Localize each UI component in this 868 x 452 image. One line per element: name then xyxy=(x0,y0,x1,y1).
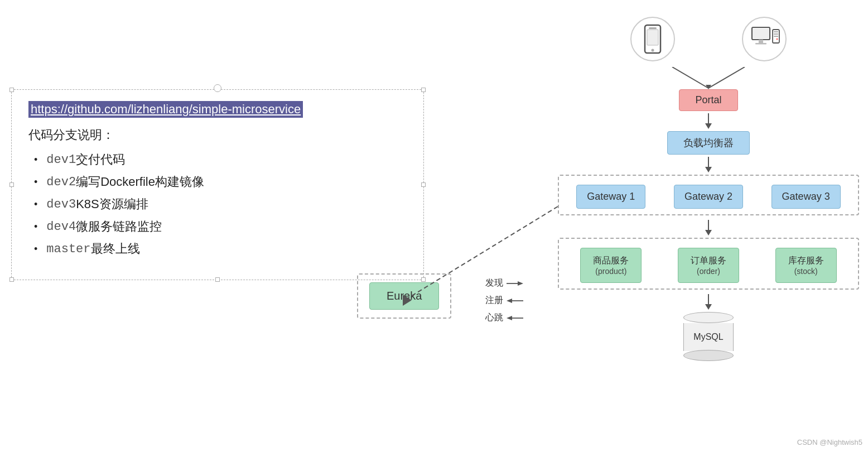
arrow-lb-to-gateways xyxy=(558,157,859,172)
lb-label: 负载均衡器 xyxy=(667,131,750,155)
gateways-row: Gateway 1 Gateway 2 Gateway 3 xyxy=(565,185,852,209)
heartbeat-label: 心跳 xyxy=(485,312,503,324)
branch-code: master xyxy=(46,242,90,256)
watermark: CSDN @Nightwish5 xyxy=(797,438,862,446)
gateways-container: Gateway 1 Gateway 2 Gateway 3 xyxy=(558,175,859,215)
order-service-name: 订单服务 xyxy=(686,255,731,267)
branch-code: dev3 xyxy=(46,198,76,211)
list-item: dev3 K8S资源编排 xyxy=(34,196,407,213)
svg-rect-10 xyxy=(774,33,778,35)
portal-label: Portal xyxy=(679,89,737,111)
svg-point-2 xyxy=(652,49,654,52)
branch-desc: 最终上线 xyxy=(91,241,140,257)
branch-desc: 微服务链路监控 xyxy=(76,218,162,235)
architecture-diagram: Portal 负载均衡器 Gateway 1 Gateway 2 Gateway… xyxy=(558,11,859,361)
svg-marker-19 xyxy=(705,167,712,172)
discover-label: 发现 xyxy=(485,277,503,289)
stock-service: 库存服务 (stock) xyxy=(775,248,837,283)
product-service: 商品服务 (product) xyxy=(580,248,642,283)
svg-marker-25 xyxy=(518,281,523,286)
mysql-cylinder: MySQL xyxy=(683,312,734,361)
resize-handle-tr[interactable] xyxy=(421,88,426,92)
resize-handle-mr[interactable] xyxy=(421,182,426,187)
svg-rect-11 xyxy=(774,36,778,37)
services-container: 商品服务 (product) 订单服务 (order) 库存服务 (stock) xyxy=(558,238,859,290)
mobile-client xyxy=(630,17,675,61)
branch-desc: 编写Dockerfile构建镜像 xyxy=(76,174,204,190)
resize-handle-bl[interactable] xyxy=(9,277,14,282)
gateway-2: Gateway 2 xyxy=(674,185,743,209)
eureka-area: Eureka xyxy=(357,273,451,319)
cylinder-body: MySQL xyxy=(683,323,734,351)
svg-line-14 xyxy=(708,67,745,88)
text-box: https://github.com/lizhenliang/simple-mi… xyxy=(11,89,424,280)
eureka-label: Eureka xyxy=(369,282,439,310)
svg-rect-3 xyxy=(647,30,658,45)
list-item: dev2 编写Dockerfile构建镜像 xyxy=(34,174,407,190)
svg-rect-9 xyxy=(774,31,778,32)
arrow-gateways-to-services xyxy=(558,220,859,235)
cylinder-top xyxy=(683,312,734,323)
mysql-container: MySQL xyxy=(558,312,859,361)
services-row: 商品服务 (product) 订单服务 (order) 库存服务 (stock) xyxy=(565,248,852,283)
desc-title: 代码分支说明： xyxy=(28,127,407,143)
register-label: 注册 xyxy=(485,295,503,306)
stock-service-name: 库存服务 xyxy=(784,255,828,267)
list-item: dev4 微服务链路监控 xyxy=(34,218,407,235)
portal-box: Portal xyxy=(558,89,859,111)
resize-handle-ml[interactable] xyxy=(9,182,14,187)
branch-code: dev2 xyxy=(46,175,76,189)
reg-labels: 发现 注册 心跳 xyxy=(485,277,523,324)
desktop-icon-circle xyxy=(742,17,787,61)
heartbeat-row: 心跳 xyxy=(485,312,523,324)
svg-rect-6 xyxy=(759,40,763,43)
bullet-list: dev1 交付代码 dev2 编写Dockerfile构建镜像 dev3 K8S… xyxy=(28,151,407,257)
svg-point-12 xyxy=(777,39,778,40)
svg-line-13 xyxy=(672,67,708,88)
product-service-en: (product) xyxy=(589,267,633,276)
svg-marker-17 xyxy=(705,123,712,129)
resize-handle-tl[interactable] xyxy=(9,88,14,92)
branch-desc: K8S资源编排 xyxy=(76,196,148,213)
arrow-portal-to-lb xyxy=(558,113,859,129)
svg-marker-27 xyxy=(507,299,512,303)
mobile-icon-circle xyxy=(630,17,675,61)
eureka-dashed-box: Eureka xyxy=(357,273,451,319)
list-item: dev1 交付代码 xyxy=(34,151,407,168)
svg-rect-1 xyxy=(649,27,657,29)
github-link[interactable]: https://github.com/lizhenliang/simple-mi… xyxy=(28,101,303,118)
mysql-label: MySQL xyxy=(693,332,723,342)
gateway-3: Gateway 3 xyxy=(771,185,841,209)
arrow-services-to-mysql xyxy=(558,294,859,310)
list-item: master 最终上线 xyxy=(34,241,407,257)
lb-box: 负载均衡器 xyxy=(558,131,859,155)
order-service: 订单服务 (order) xyxy=(678,248,739,283)
product-service-name: 商品服务 xyxy=(589,255,633,267)
desktop-client xyxy=(742,17,787,61)
branch-code: dev1 xyxy=(46,153,76,167)
drag-handle[interactable] xyxy=(214,84,221,92)
resize-handle-bm[interactable] xyxy=(215,277,220,282)
register-row: 注册 xyxy=(485,295,523,306)
cylinder-bottom xyxy=(683,350,734,361)
discover-row: 发现 xyxy=(485,277,523,289)
gateway-1: Gateway 1 xyxy=(576,185,645,209)
clients-row xyxy=(558,17,859,61)
stock-service-en: (stock) xyxy=(784,267,828,276)
converging-arrows xyxy=(558,67,859,89)
branch-code: dev4 xyxy=(46,220,76,234)
branch-desc: 交付代码 xyxy=(76,151,125,168)
svg-rect-7 xyxy=(755,43,766,45)
svg-marker-29 xyxy=(507,316,512,320)
order-service-en: (order) xyxy=(686,267,731,276)
left-panel: https://github.com/lizhenliang/simple-mi… xyxy=(11,89,435,280)
svg-marker-23 xyxy=(705,304,712,310)
svg-rect-5 xyxy=(753,28,769,39)
svg-marker-21 xyxy=(705,230,712,235)
